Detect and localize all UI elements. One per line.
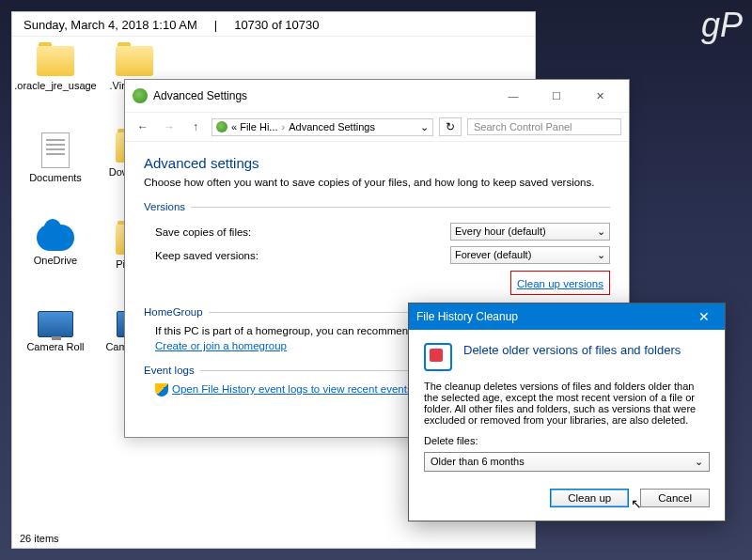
titlebar: File History Cleanup ✕ [409, 303, 725, 330]
control-panel-icon [216, 121, 227, 132]
keep-versions-select[interactable]: Forever (default)⌄ [450, 246, 610, 264]
dialog-text: The cleanup deletes versions of files an… [424, 381, 710, 426]
folder-label: Camera Roll [26, 341, 84, 352]
maximize-button[interactable]: ☐ [535, 86, 578, 106]
chevron-down-icon: ⌄ [695, 456, 703, 468]
dialog-heading: Delete older versions of files and folde… [463, 343, 681, 373]
folder-item[interactable]: Camera Roll [25, 311, 86, 352]
delete-files-label: Delete files: [424, 435, 710, 446]
cursor-icon: ↖ [631, 496, 642, 511]
folder-label: Documents [29, 172, 82, 183]
titlebar: Advanced Settings — ☐ ✕ [125, 80, 629, 112]
cleanup-button[interactable]: Clean up [550, 489, 629, 507]
recycle-bin-icon [424, 343, 454, 373]
cleanup-versions-link[interactable]: Clean up versions [517, 278, 603, 289]
close-button[interactable]: ✕ [578, 86, 621, 106]
homegroup-link[interactable]: Create or join a homegroup [155, 340, 287, 351]
keep-versions-label: Keep saved versions: [144, 250, 450, 261]
save-copies-select[interactable]: Every hour (default)⌄ [450, 223, 610, 241]
forward-button[interactable]: → [159, 117, 180, 137]
folder-label: .oracle_jre_usage [14, 80, 96, 91]
status-bar: 26 items [12, 529, 67, 548]
minimize-button[interactable]: — [492, 86, 535, 106]
window-title: Advanced Settings [153, 89, 492, 102]
breadcrumb-part[interactable]: Advanced Settings [289, 121, 375, 132]
refresh-button[interactable]: ↻ [439, 117, 462, 136]
chevron-down-icon: ⌄ [597, 226, 605, 238]
folder-label: OneDrive [34, 255, 77, 266]
folder-item[interactable]: OneDrive [25, 225, 86, 270]
dialog-title: File History Cleanup [416, 310, 691, 323]
shield-icon [155, 383, 168, 397]
control-panel-icon [133, 88, 148, 103]
breadcrumb-part[interactable]: « File Hi... [231, 121, 278, 132]
header-date: Sunday, March 4, 2018 1:10 AM [24, 18, 197, 32]
chevron-down-icon: ⌄ [597, 249, 605, 261]
page-title: Advanced settings [144, 155, 610, 171]
breadcrumb[interactable]: « File Hi... › Advanced Settings ⌄ [212, 118, 433, 136]
header-count: 10730 of 10730 [234, 18, 319, 32]
search-input[interactable]: Search Control Panel [467, 118, 621, 135]
up-button[interactable]: ↑ [185, 117, 206, 137]
chevron-down-icon[interactable]: ⌄ [420, 121, 429, 133]
folder-icon [116, 46, 153, 76]
cleanup-versions-highlight: Clean up versions [510, 271, 610, 295]
folder-item[interactable]: Documents [25, 132, 86, 183]
back-button[interactable]: ← [133, 117, 153, 137]
onedrive-icon [37, 225, 74, 251]
cancel-button[interactable]: Cancel [640, 489, 710, 507]
file-history-cleanup-dialog: File History Cleanup ✕ Delete older vers… [408, 303, 726, 521]
delete-files-select[interactable]: Older than 6 months⌄ [424, 452, 710, 472]
chevron-right-icon: › [282, 121, 286, 132]
document-icon [41, 132, 70, 168]
folder-item[interactable]: .oracle_jre_usage [25, 46, 86, 91]
page-description: Choose how often you want to save copies… [144, 177, 610, 188]
close-button[interactable]: ✕ [691, 309, 717, 324]
watermark: gP [701, 6, 743, 45]
monitor-icon [38, 311, 73, 337]
folder-icon [37, 46, 74, 76]
save-copies-label: Save copies of files: [144, 226, 450, 238]
section-versions: Versions [144, 201, 610, 212]
